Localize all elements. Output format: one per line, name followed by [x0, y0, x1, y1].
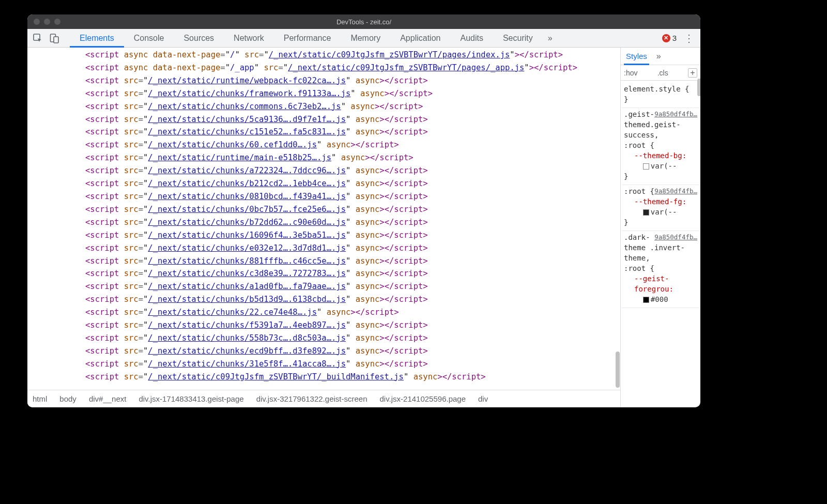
window-title: DevTools - zeit.co/ — [27, 18, 700, 26]
scrollbar-thumb[interactable] — [616, 352, 620, 388]
settings-menu-icon[interactable]: ⋮ — [684, 32, 693, 44]
dom-node[interactable]: <script async data-next-page="/_app" src… — [38, 62, 620, 74]
hover-toggle[interactable]: :hov — [624, 69, 637, 77]
dom-node[interactable]: <script src="/_next/static/chunks/881fff… — [38, 255, 620, 268]
error-count-badge[interactable]: ✕ 3 — [662, 34, 677, 42]
minimize-dot[interactable] — [44, 19, 50, 25]
dom-tree[interactable]: <script async data-next-page="/" src="/_… — [27, 48, 620, 390]
breadcrumb-item[interactable]: body — [59, 394, 76, 403]
svg-rect-2 — [54, 37, 58, 43]
dom-breadcrumbs: htmlbodydiv#__nextdiv.jsx-1714833413.gei… — [27, 390, 620, 407]
source-link[interactable]: 9a850df4fb… — [654, 186, 697, 196]
styles-scrollbar-thumb[interactable] — [697, 79, 700, 96]
dom-node[interactable]: <script src="/_next/static/chunks/a72232… — [38, 164, 620, 177]
tab-security[interactable]: Security — [493, 29, 543, 47]
devtools-toolbar: ElementsConsoleSourcesNetworkPerformance… — [27, 29, 700, 48]
dom-node[interactable]: <script src="/_next/static/chunks/22.ce7… — [38, 306, 620, 319]
dom-node[interactable]: <script src="/_next/static/chunks/b5d13d… — [38, 293, 620, 306]
style-rules[interactable]: element.style {}9a850df4fb….geist-themed… — [621, 81, 700, 407]
dom-node[interactable]: <script src="/_next/static/chunks/c3d8e3… — [38, 267, 620, 280]
dom-node[interactable]: <script src="/_next/static/chunks/5ca913… — [38, 113, 620, 126]
error-count: 3 — [672, 34, 677, 42]
breadcrumb-item[interactable]: div.jsx-2141025596.page — [380, 394, 466, 403]
new-style-rule-icon[interactable]: + — [688, 68, 697, 78]
tab-console[interactable]: Console — [124, 29, 174, 47]
dom-node[interactable]: <script src="/_next/static/chunks/ecd9bf… — [38, 345, 620, 358]
inspect-element-icon[interactable] — [33, 33, 43, 43]
window-titlebar: DevTools - zeit.co/ — [27, 14, 700, 29]
close-dot[interactable] — [34, 19, 40, 25]
style-rule[interactable]: element.style {} — [622, 83, 699, 108]
styles-subtoolbar: :hov .cls + — [621, 65, 700, 81]
styles-tabs: Styles » — [621, 48, 700, 65]
tab-memory[interactable]: Memory — [341, 29, 390, 47]
dom-node[interactable]: <script src="/_next/static/chunks/f5391a… — [38, 319, 620, 332]
dom-node[interactable]: <script async data-next-page="/" src="/_… — [38, 49, 620, 62]
tab-elements[interactable]: Elements — [70, 29, 124, 47]
dom-node[interactable]: <script src="/_next/static/chunks/16096f… — [38, 229, 620, 242]
source-link[interactable]: 9a850df4fb… — [654, 109, 697, 119]
dom-node[interactable]: <script src="/_next/static/c09JtgJsfm_zS… — [38, 371, 620, 384]
error-icon: ✕ — [662, 34, 670, 42]
dom-node[interactable]: <script src="/_next/static/chunks/e032e1… — [38, 242, 620, 255]
tab-application[interactable]: Application — [390, 29, 450, 47]
style-rule[interactable]: 9a850df4fb…:root {--themed-fg: var(--} — [622, 185, 699, 231]
tab-performance[interactable]: Performance — [274, 29, 341, 47]
breadcrumb-item[interactable]: div.jsx-1714833413.geist-page — [139, 394, 243, 403]
tab-audits[interactable]: Audits — [450, 29, 493, 47]
dom-node[interactable]: <script src="/_next/static/chunks/0810bc… — [38, 190, 620, 203]
dom-node[interactable]: <script src="/_next/static/chunks/a1ad0f… — [38, 280, 620, 293]
breadcrumb-item[interactable]: div#__next — [89, 394, 127, 403]
styles-pane: Styles » :hov .cls + element.style {}9a8… — [620, 48, 700, 407]
dom-node[interactable]: <script src="/_next/static/chunks/framew… — [38, 87, 620, 100]
dom-node[interactable]: <script src="/_next/static/runtime/webpa… — [38, 74, 620, 87]
panel-tabs: ElementsConsoleSourcesNetworkPerformance… — [70, 29, 543, 47]
source-link[interactable]: 9a850df4fb… — [654, 232, 697, 242]
styles-tab[interactable]: Styles — [626, 52, 647, 60]
breadcrumb-item[interactable]: div — [478, 394, 488, 403]
dom-node[interactable]: <script src="/_next/static/chunks/0bc7b5… — [38, 203, 620, 216]
style-rule[interactable]: 9a850df4fb….geist-themed.geist-success,:… — [622, 108, 699, 185]
traffic-lights — [34, 19, 60, 25]
zoom-dot[interactable] — [54, 19, 60, 25]
tab-network[interactable]: Network — [224, 29, 274, 47]
dom-node[interactable]: <script src="/_next/static/runtime/main-… — [38, 151, 620, 164]
more-styles-tabs-icon[interactable]: » — [656, 52, 661, 61]
cls-toggle[interactable]: .cls — [657, 69, 668, 77]
style-rule[interactable]: 9a850df4fb….dark-theme .invert-theme,:ro… — [622, 231, 699, 308]
tab-sources[interactable]: Sources — [174, 29, 224, 47]
more-tabs-icon[interactable]: » — [543, 34, 558, 43]
dom-node[interactable]: <script src="/_next/static/chunks/60.cef… — [38, 139, 620, 151]
dom-node[interactable]: <script src="/_next/static/chunks/31e5f8… — [38, 358, 620, 371]
dom-node[interactable]: <script src="/_next/static/chunks/common… — [38, 100, 620, 113]
main-panel: <script async data-next-page="/" src="/_… — [27, 48, 700, 407]
dom-node[interactable]: <script src="/_next/static/chunks/b212cd… — [38, 177, 620, 190]
devtools-window: DevTools - zeit.co/ ElementsConsoleSourc… — [27, 14, 700, 407]
breadcrumb-item[interactable]: div.jsx-3217961322.geist-screen — [256, 394, 367, 403]
elements-tree-pane[interactable]: <script async data-next-page="/" src="/_… — [27, 48, 620, 407]
dom-node[interactable]: <script src="/_next/static/chunks/b72dd6… — [38, 216, 620, 229]
dom-node[interactable]: <script src="/_next/static/chunks/c151e5… — [38, 126, 620, 139]
dom-node[interactable]: <script src="/_next/static/chunks/558b73… — [38, 332, 620, 345]
breadcrumb-item[interactable]: html — [33, 394, 47, 403]
device-toolbar-icon[interactable] — [49, 33, 59, 43]
